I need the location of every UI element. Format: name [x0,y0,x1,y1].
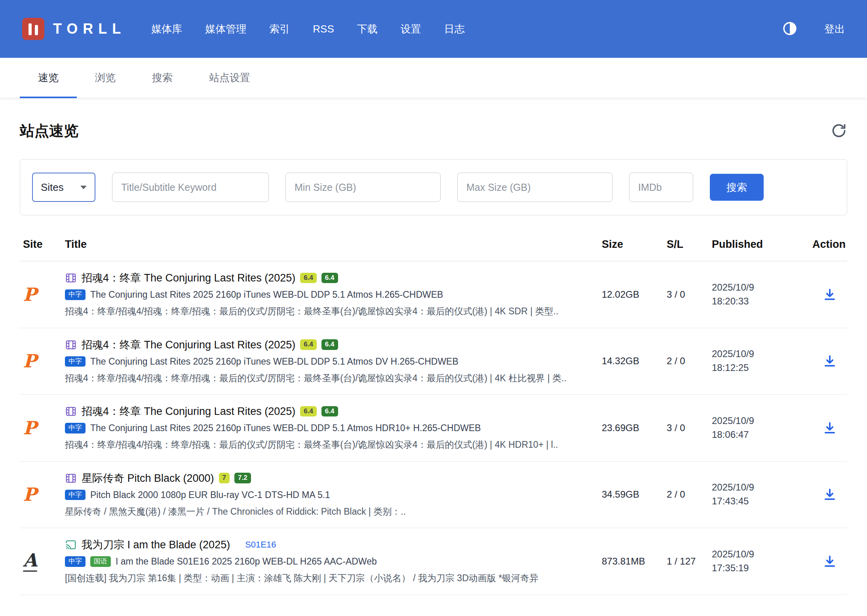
chinese-sub-badge: 中字 [65,490,86,500]
torrent-description: 招魂4：终章/招魂4/招魂：终章/招魂：最后的仪式/厉阴宅：最终圣事(台)/诡屋… [65,371,592,385]
download-button[interactable] [822,554,837,569]
search-button[interactable]: 搜索 [710,174,764,201]
torrent-description: [国创连载] 我为刀宗 第16集 | 类型：动画 | 主演：涂雄飞 陈大刚 | … [65,571,592,585]
download-icon [822,287,837,302]
tab[interactable]: 站点设置 [191,58,268,98]
results-table: Site Title Size S/L Published Action P [20,238,847,595]
site-logo: A [23,551,37,572]
torrent-title[interactable]: 我为刀宗 I am the Blade (2025) [82,538,230,552]
table-row: P 招魂4：终章 The Conjuring Last Rit [20,261,847,328]
dark-mode-icon [781,20,798,38]
nav-item[interactable]: RSS [313,23,334,35]
table-row: P 招魂4：终章 The Conjuring Last Rit [20,328,847,395]
main-content: 站点速览 Sites 搜索 Site Title Size S/L [0,121,867,595]
mandarin-badge: 国语 [90,556,111,567]
torrent-title[interactable]: 招魂4：终章 The Conjuring Last Rites (2025) [82,338,295,352]
seeders-leechers: 3 / 0 [667,422,702,433]
nav-item[interactable]: 设置 [401,22,421,36]
published-datetime: 2025/10/9 18:20:33 [712,281,803,308]
rating-badge-imdb: 6.4 [300,273,317,283]
nav-item[interactable]: 媒体管理 [205,22,246,36]
rating-badge-douban: 6.4 [321,273,338,283]
rating-badge-douban: 7.2 [234,473,251,483]
refresh-button[interactable] [831,122,847,140]
torrent-subtitle: Pitch Black 2000 1080p EUR Blu-ray VC-1 … [90,490,330,500]
movie-icon [65,472,77,484]
movie-icon [65,339,77,351]
page-title: 站点速览 [20,121,78,141]
size-value: 14.32GB [602,356,657,367]
published-date: 2025/10/9 [712,414,803,428]
torrent-title[interactable]: 招魂4：终章 The Conjuring Last Rites (2025) [82,404,295,418]
published-date: 2025/10/9 [712,548,803,561]
download-button[interactable] [822,354,837,369]
seeders-leechers: 2 / 0 [667,356,702,367]
table-row: A [20,528,847,595]
nav-item[interactable]: 日志 [444,22,465,36]
published-datetime: 2025/10/9 17:35:19 [712,548,803,575]
download-button[interactable] [822,287,837,302]
keyword-input[interactable] [112,173,269,202]
nav-links: 媒体库 媒体管理 索引 RSS 下载 设置 日志 [151,22,464,36]
download-icon [822,354,837,369]
download-button[interactable] [822,420,837,435]
table-row: P 星际传奇 Pitch Black (2000) [20,462,847,529]
seeders-leechers: 2 / 0 [667,489,702,500]
chinese-sub-badge: 中字 [65,423,86,433]
brand[interactable]: TORLL [22,18,126,40]
header-sl: S/L [667,238,702,251]
sites-select-value: Sites [41,181,64,194]
download-icon [822,554,837,569]
chevron-down-icon [80,186,87,189]
table-header-row: Site Title Size S/L Published Action [20,238,847,261]
published-date: 2025/10/9 [712,281,803,295]
episode-link[interactable]: S01E16 [245,540,276,550]
published-time: 18:06:47 [712,428,803,442]
size-value: 23.69GB [602,422,657,433]
size-value: 34.59GB [602,489,657,500]
published-datetime: 2025/10/9 18:12:25 [712,347,803,375]
tab[interactable]: 速览 [20,58,77,98]
movie-icon [65,405,77,417]
rating-badge-imdb: 6.4 [300,339,317,350]
nav-item[interactable]: 下载 [357,22,378,36]
download-button[interactable] [822,487,837,502]
download-icon [822,420,837,435]
torrent-description: 招魂4：终章/招魂4/招魂：终章/招魂：最后的仪式/厉阴宅：最终圣事(台)/诡屋… [65,304,592,318]
nav-item[interactable]: 媒体库 [151,22,182,36]
published-time: 17:43:45 [712,494,803,508]
header-size: Size [602,238,657,251]
chinese-sub-badge: 中字 [65,356,86,367]
tab[interactable]: 搜索 [134,58,191,98]
torrent-title[interactable]: 招魂4：终章 The Conjuring Last Rites (2025) [82,271,295,285]
tabbar: 速览 浏览 搜索 站点设置 [0,58,867,98]
imdb-input[interactable] [629,173,693,202]
max-size-input[interactable] [457,173,612,202]
header-title: Title [65,238,592,251]
torrent-title[interactable]: 星际传奇 Pitch Black (2000) [82,471,214,485]
site-logo: P [23,352,37,370]
chinese-sub-badge: 中字 [65,556,86,567]
published-datetime: 2025/10/9 17:43:45 [712,481,803,508]
site-logo: P [23,485,37,504]
refresh-icon [831,122,847,140]
torrent-description: 招魂4：终章/招魂4/招魂：终章/招魂：最后的仪式/厉阴宅：最终圣事(台)/诡屋… [65,438,592,452]
published-time: 17:35:19 [712,561,803,575]
size-value: 12.02GB [602,289,657,300]
download-icon [822,487,837,502]
theme-toggle-button[interactable] [781,20,798,38]
min-size-input[interactable] [285,173,441,202]
published-date: 2025/10/9 [712,481,803,494]
sites-select[interactable]: Sites [32,173,95,202]
navbar: TORLL 媒体库 媒体管理 索引 RSS 下载 设置 日志 登出 [0,0,867,58]
logout-button[interactable]: 登出 [824,22,845,36]
tab[interactable]: 浏览 [77,58,134,98]
movie-icon [65,272,77,284]
torrent-subtitle: The Conjuring Last Rites 2025 2160p iTun… [90,289,443,300]
nav-item[interactable]: 索引 [269,22,290,36]
published-datetime: 2025/10/9 18:06:47 [712,414,803,442]
seeders-leechers: 1 / 127 [667,556,702,567]
brand-title: TORLL [53,21,126,37]
rating-badge-imdb: 7 [219,473,230,483]
header-action: Action [812,238,847,251]
